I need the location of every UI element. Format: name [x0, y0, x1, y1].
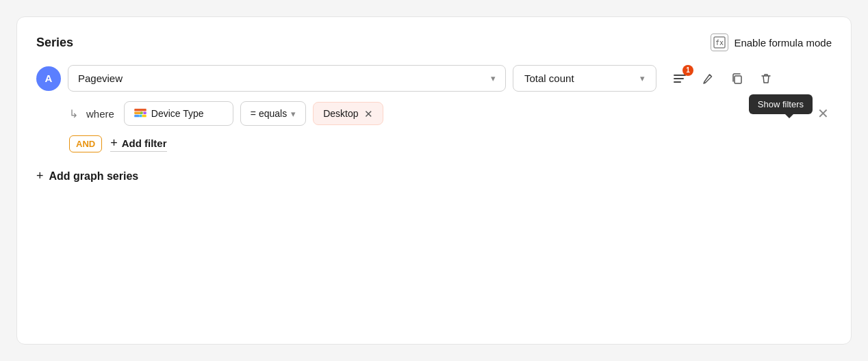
duplicate-icon-button[interactable]: [726, 68, 748, 90]
equals-dropdown[interactable]: = equals ▾: [240, 101, 306, 126]
formula-icon: fx: [711, 34, 728, 51]
svg-rect-8: [134, 115, 139, 118]
header-row: Series fx Enable formula mode: [36, 34, 832, 51]
formula-mode-button[interactable]: fx Enable formula mode: [711, 34, 832, 51]
add-filter-button[interactable]: + Add filter: [110, 136, 166, 152]
device-type-label: Device Type: [151, 108, 204, 119]
show-filters-tooltip: Show filters: [749, 94, 813, 114]
count-select-dropdown[interactable]: Total count ▾: [513, 65, 656, 92]
filter-row: ↳ where Device Type = equals ▾ Desktop ✕: [69, 101, 832, 126]
event-select-value: Pageview: [78, 72, 123, 84]
count-select-value: Total count: [524, 72, 574, 84]
series-title: Series: [36, 36, 73, 50]
series-row: A Pageview ▾ Total count ▾ 1: [36, 65, 832, 92]
svg-rect-9: [140, 111, 143, 114]
add-graph-series-button[interactable]: + Add graph series: [36, 169, 138, 183]
filter-icon-button[interactable]: 1: [669, 68, 691, 90]
svg-text:fx: fx: [715, 39, 724, 46]
delete-icon-button[interactable]: [755, 68, 777, 90]
main-card: Series fx Enable formula mode A Pageview…: [16, 16, 852, 345]
equals-label: = equals: [251, 108, 287, 119]
filter-badge: 1: [682, 65, 693, 76]
where-label: where: [86, 108, 114, 120]
chevron-down-icon: ▾: [491, 73, 496, 83]
svg-rect-5: [735, 76, 741, 83]
add-series-label: Add graph series: [49, 170, 139, 183]
bottom-row: AND + Add filter: [69, 135, 832, 152]
svg-rect-6: [134, 109, 146, 111]
filter-row-close-button[interactable]: ✕: [815, 105, 832, 122]
svg-rect-10: [143, 111, 146, 114]
event-select-dropdown[interactable]: Pageview ▾: [68, 65, 506, 92]
chip-value: Desktop: [323, 108, 358, 119]
chevron-down-icon-count: ▾: [640, 73, 645, 83]
svg-rect-12: [142, 115, 146, 118]
value-chip: Desktop ✕: [313, 102, 383, 125]
chevron-down-icon-equals: ▾: [291, 109, 296, 119]
avatar: A: [36, 66, 61, 91]
add-filter-plus-icon: +: [110, 136, 118, 150]
formula-mode-label: Enable formula mode: [734, 37, 832, 49]
svg-rect-11: [139, 115, 142, 118]
add-series-plus-icon: +: [36, 169, 44, 183]
and-badge-button[interactable]: AND: [69, 135, 102, 152]
chip-remove-button[interactable]: ✕: [364, 109, 373, 119]
edit-icon-button[interactable]: [698, 68, 719, 90]
device-type-button[interactable]: Device Type: [124, 101, 233, 126]
toolbar-icons: 1: [669, 68, 777, 90]
device-type-icon: [134, 109, 146, 118]
where-arrow-icon: ↳: [69, 107, 78, 120]
add-filter-label: Add filter: [122, 137, 167, 149]
